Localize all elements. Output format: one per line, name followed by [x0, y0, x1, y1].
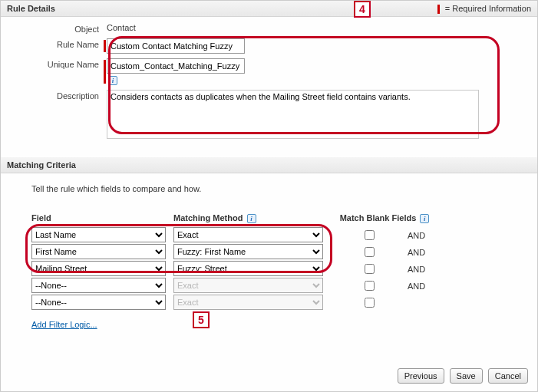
- description-input[interactable]: Considers contacts as duplicates when th…: [107, 90, 479, 139]
- criteria-headers: Field Matching Method i Match Blank Fiel…: [31, 213, 507, 223]
- object-value: Contact: [107, 23, 136, 32]
- field-select[interactable]: Mailing Street: [31, 261, 166, 276]
- cancel-button[interactable]: Cancel: [488, 368, 528, 384]
- rule-details-header: Rule Details = Required Information: [1, 1, 537, 17]
- and-label: AND: [408, 229, 438, 240]
- match-blank-checkbox[interactable]: [365, 264, 375, 274]
- rule-details-title: Rule Details: [7, 4, 55, 13]
- match-blank-checkbox[interactable]: [365, 247, 375, 257]
- column-method-header: Matching Method i: [173, 213, 331, 223]
- criteria-row: --None--Exact: [31, 294, 507, 310]
- criteria-row: --None--ExactAND: [31, 277, 507, 293]
- rule-name-input[interactable]: [107, 38, 245, 54]
- matching-method-select[interactable]: Fuzzy: Street: [173, 261, 323, 276]
- column-blank-header: Match Blank Fields i: [331, 213, 438, 223]
- previous-button[interactable]: Previous: [398, 368, 444, 384]
- and-label: AND: [408, 246, 438, 257]
- info-icon[interactable]: i: [108, 76, 117, 85]
- save-button[interactable]: Save: [450, 368, 483, 384]
- info-icon[interactable]: i: [247, 214, 256, 223]
- matching-criteria-header: Matching Criteria: [1, 157, 537, 173]
- and-label: AND: [408, 263, 438, 274]
- rule-name-label: Rule Name: [7, 38, 107, 49]
- criteria-row: Last NameExactAND: [31, 226, 507, 242]
- required-bar-icon: [104, 40, 106, 52]
- footer-buttons: Previous Save Cancel: [394, 368, 528, 384]
- unique-name-input[interactable]: [107, 58, 245, 74]
- criteria-row: First NameFuzzy: First NameAND: [31, 243, 507, 259]
- description-label: Description: [7, 90, 107, 100]
- field-select[interactable]: --None--: [31, 295, 166, 310]
- matching-criteria-title: Matching Criteria: [7, 160, 76, 170]
- field-select[interactable]: First Name: [31, 244, 166, 259]
- criteria-intro-text: Tell the rule which fields to compare an…: [31, 184, 507, 193]
- matching-method-select: Exact: [173, 278, 323, 293]
- matching-method-select: Exact: [173, 295, 323, 310]
- matching-criteria-body: Tell the rule which fields to compare an…: [1, 173, 537, 343]
- object-label: Object: [7, 23, 107, 34]
- criteria-table: Field Matching Method i Match Blank Fiel…: [31, 213, 507, 329]
- field-select[interactable]: --None--: [31, 278, 166, 293]
- required-bar-icon: [104, 60, 106, 84]
- and-label: AND: [408, 280, 438, 291]
- add-filter-logic-link[interactable]: Add Filter Logic...: [31, 320, 97, 329]
- match-blank-checkbox[interactable]: [365, 281, 375, 291]
- match-blank-checkbox[interactable]: [365, 298, 375, 308]
- criteria-row: Mailing StreetFuzzy: StreetAND: [31, 260, 507, 276]
- and-label: [408, 301, 438, 303]
- rule-details-body: Object Contact Rule Name Unique Name i D…: [1, 17, 537, 157]
- column-field-header: Field: [31, 213, 173, 223]
- match-blank-checkbox[interactable]: [365, 230, 375, 240]
- unique-name-label: Unique Name: [7, 58, 107, 69]
- required-bar-icon: [437, 5, 440, 14]
- matching-method-select[interactable]: Fuzzy: First Name: [173, 244, 323, 259]
- field-select[interactable]: Last Name: [31, 227, 166, 242]
- callout-5: 5: [193, 311, 210, 328]
- required-info-note: = Required Information: [437, 4, 531, 14]
- matching-method-select[interactable]: Exact: [173, 227, 323, 242]
- callout-4: 4: [354, 1, 371, 18]
- info-icon[interactable]: i: [420, 214, 429, 223]
